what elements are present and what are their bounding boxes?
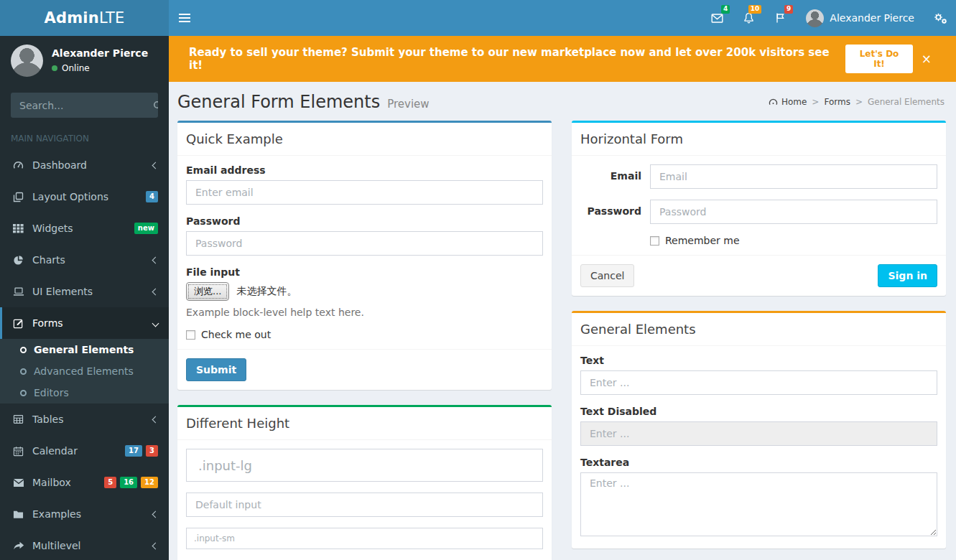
box-title: General Elements xyxy=(580,322,937,337)
submit-button[interactable]: Submit xyxy=(186,358,246,381)
email-field[interactable] xyxy=(186,180,543,205)
sidebar-item-tables[interactable]: Tables xyxy=(0,403,169,435)
password-field[interactable] xyxy=(186,231,543,256)
textarea-field[interactable] xyxy=(580,472,937,536)
edit-icon xyxy=(13,318,32,329)
page-title: General Form Elements Preview xyxy=(177,92,430,112)
chevron-left-icon xyxy=(152,542,159,549)
content-wrapper: Ready to sell your theme? Submit your th… xyxy=(169,36,956,560)
forms-submenu: General Elements Advanced Elements Edito… xyxy=(0,339,169,403)
pie-chart-icon xyxy=(13,255,32,266)
notifications-count-badge: 10 xyxy=(748,5,762,14)
sidebar-subitem-advanced-elements[interactable]: Advanced Elements xyxy=(0,360,169,382)
remember-me-checkbox[interactable]: Remember me xyxy=(650,235,937,246)
sidebar-item-widgets[interactable]: Widgets new xyxy=(0,213,169,244)
email-label: Email address xyxy=(186,164,543,176)
sidebar-menu: Dashboard Layout Options 4 xyxy=(0,149,169,560)
file-status-text: 未选择文件。 xyxy=(236,285,297,298)
sidebar-item-layout-options[interactable]: Layout Options 4 xyxy=(0,181,169,213)
top-navbar: 4 10 9 Alexander Pierce xyxy=(169,0,956,36)
search-button[interactable] xyxy=(153,93,158,118)
online-status-icon xyxy=(52,65,57,71)
chevron-left-icon xyxy=(152,288,159,295)
marketplace-banner: Ready to sell your theme? Submit your th… xyxy=(169,36,956,82)
logo-bold-text: Admin xyxy=(45,9,99,27)
input-lg-field[interactable] xyxy=(186,449,543,482)
help-text: Example block-level help text here. xyxy=(186,307,543,318)
checkbox-icon xyxy=(186,330,195,340)
sidebar-item-ui-elements[interactable]: UI Elements xyxy=(0,276,169,307)
circle-o-icon xyxy=(20,347,27,353)
sidebar-item-forms[interactable]: Forms xyxy=(0,307,169,339)
chevron-down-icon xyxy=(152,319,159,327)
tasks-menu[interactable]: 9 xyxy=(764,0,796,36)
bell-icon xyxy=(743,12,754,24)
h-password-label: Password xyxy=(580,200,641,224)
breadcrumb-forms[interactable]: Forms xyxy=(824,97,850,107)
different-height-box: Different Height xyxy=(177,405,552,560)
h-password-field[interactable] xyxy=(650,200,937,224)
user-avatar xyxy=(806,9,824,27)
sidebar-item-multilevel[interactable]: Multilevel xyxy=(0,530,169,560)
calendar-badge-1: 17 xyxy=(125,445,142,457)
sidebar-subitem-general-elements[interactable]: General Elements xyxy=(0,339,169,360)
sidebar-user-name: Alexander Pierce xyxy=(52,47,148,59)
hamburger-icon xyxy=(179,14,190,15)
banner-cta-button[interactable]: Let's Do It! xyxy=(845,45,912,73)
chevron-left-icon xyxy=(152,510,159,518)
sidebar-user-avatar xyxy=(11,45,43,77)
sidebar-item-examples[interactable]: Examples xyxy=(0,498,169,530)
h-email-field[interactable] xyxy=(650,164,937,189)
main-header: AdminLTE 4 10 9 xyxy=(0,0,956,36)
layout-options-badge: 4 xyxy=(146,191,158,202)
sidebar-user-status[interactable]: Online xyxy=(52,63,148,73)
files-icon xyxy=(13,192,32,202)
check-me-out-checkbox[interactable]: Check me out xyxy=(186,329,543,340)
app-logo[interactable]: AdminLTE xyxy=(0,0,169,36)
table-icon xyxy=(13,414,32,424)
text-disabled-field xyxy=(580,421,937,446)
h-email-label: Email xyxy=(580,164,641,189)
user-name: Alexander Pierce xyxy=(830,12,914,24)
sidebar-item-dashboard[interactable]: Dashboard xyxy=(0,149,169,181)
th-grid-icon xyxy=(13,223,32,233)
horizontal-form-box: Horizontal Form Email Password xyxy=(572,121,946,296)
folder-icon xyxy=(13,510,32,519)
cancel-button[interactable]: Cancel xyxy=(580,264,634,287)
banner-close-icon[interactable]: × xyxy=(922,53,932,65)
sidebar-item-mailbox[interactable]: Mailbox 5 16 12 xyxy=(0,467,169,498)
gears-icon xyxy=(933,12,947,24)
control-sidebar-toggle[interactable] xyxy=(924,0,956,36)
input-default-field[interactable] xyxy=(186,493,543,517)
envelope-filled-icon xyxy=(13,478,32,487)
text-field[interactable] xyxy=(580,370,937,395)
box-title: Different Height xyxy=(186,416,543,431)
widgets-badge: new xyxy=(134,223,158,234)
home-dashboard-icon xyxy=(769,98,778,106)
content: Quick Example Email address Password Fil… xyxy=(169,119,956,560)
circle-o-icon xyxy=(20,390,27,396)
box-title: Quick Example xyxy=(186,131,543,146)
circle-o-icon xyxy=(20,368,27,375)
file-input-label: File input xyxy=(186,266,543,278)
notifications-menu[interactable]: 10 xyxy=(733,0,764,36)
general-elements-box: General Elements Text Text Disabled Text… xyxy=(572,311,946,549)
messages-menu[interactable]: 4 xyxy=(701,0,733,36)
user-menu[interactable]: Alexander Pierce xyxy=(796,0,924,36)
sidebar-item-calendar[interactable]: Calendar 17 3 xyxy=(0,435,169,467)
chevron-left-icon xyxy=(152,416,159,423)
sidebar-subitem-editors[interactable]: Editors xyxy=(0,382,169,403)
search-input[interactable] xyxy=(11,93,153,118)
sidebar-toggle-button[interactable] xyxy=(169,0,200,36)
sidebar: Alexander Pierce Online MAIN NAVIGATION xyxy=(0,36,169,560)
sign-in-button[interactable]: Sign in xyxy=(878,264,937,287)
box-title: Horizontal Form xyxy=(580,131,937,146)
breadcrumb-home[interactable]: Home xyxy=(769,97,807,107)
page-subtitle: Preview xyxy=(387,98,429,111)
logo-light-text: LTE xyxy=(99,9,125,27)
input-sm-field[interactable] xyxy=(186,528,543,549)
file-browse-button[interactable]: 浏览... xyxy=(186,282,229,301)
sidebar-item-charts[interactable]: Charts xyxy=(0,244,169,276)
mailbox-badge-2: 16 xyxy=(120,477,137,488)
laptop-icon xyxy=(13,286,32,297)
